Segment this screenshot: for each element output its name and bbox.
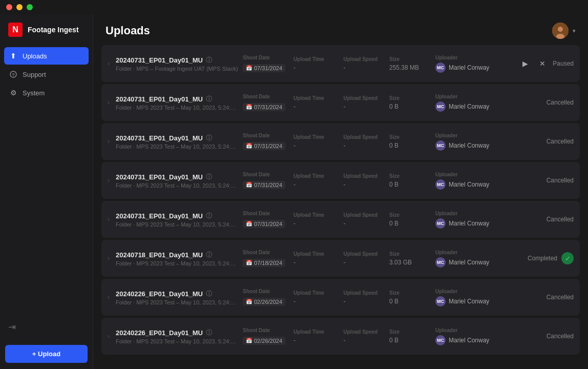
upload-row[interactable]: › 20240731_EP01_Day01_MU ⓘ Folder · MPS …	[101, 162, 580, 199]
app-title: Footage Ingest	[28, 26, 79, 34]
upload-meta: Shoot Date 📅 07/31/2024 Upload Time - Up…	[239, 172, 502, 190]
avatar-chevron-icon: ▾	[573, 28, 576, 34]
expand-chevron-icon[interactable]: ›	[108, 333, 110, 340]
sidebar-item-uploads[interactable]: ⬆ Uploads	[4, 47, 89, 65]
minimize-button[interactable]	[16, 4, 23, 10]
shoot-date-col: Shoot Date 📅 02/26/2024	[239, 327, 289, 345]
size-label: Size	[389, 95, 435, 101]
uploader-info: MC Mariel Conway	[435, 218, 502, 229]
size-value: 0 B	[389, 142, 435, 149]
status-badge: Cancelled	[547, 99, 574, 106]
upload-row[interactable]: › 20240731_EP01_Day01_MU ⓘ Folder · MPS …	[101, 123, 580, 160]
upload-time-label: Upload Time	[293, 329, 335, 335]
netflix-icon: N	[8, 23, 23, 37]
shoot-date-label: Shoot Date	[243, 327, 285, 333]
sidebar-item-support[interactable]: ? Support	[4, 66, 89, 83]
upload-speed-label: Upload Speed	[344, 173, 385, 179]
main-content: Uploads ▾ › 20240731_EP01_Day01_MU ⓘ Fol…	[93, 0, 588, 369]
calendar-icon: 📅	[246, 143, 252, 149]
upload-speed-col: Upload Speed -	[340, 95, 389, 110]
upload-info: 20240226_EP01_Day01_MU ⓘ Folder · MPS 20…	[116, 290, 239, 305]
support-icon: ?	[9, 70, 17, 78]
upload-info: 20240731_EP01_Day01_MU ⓘ Folder · MPS – …	[116, 56, 239, 72]
upload-time-value: -	[293, 298, 335, 305]
user-avatar[interactable]	[552, 23, 569, 39]
uploader-avatar: MC	[435, 140, 446, 151]
size-value: 0 B	[389, 220, 435, 227]
upload-button-label: + Upload	[32, 350, 60, 358]
upload-meta: Shoot Date 📅 02/26/2024 Upload Time - Up…	[239, 289, 502, 306]
uploader-info: MC Mariel Conway	[435, 296, 502, 306]
sidebar-logo: N Footage Ingest	[0, 14, 93, 47]
uploader-label: Uploader	[435, 133, 502, 138]
upload-meta: Shoot Date 📅 07/31/2024 Upload Time - Up…	[239, 211, 502, 229]
uploader-name: Mariel Conway	[449, 181, 489, 188]
size-label: Size	[389, 134, 435, 140]
collapse-button[interactable]: ⇥	[0, 315, 93, 339]
upload-folder: Folder · MPS – Footage Ingest UAT (MPS S…	[116, 66, 239, 72]
upload-time-col: Upload Time -	[289, 212, 339, 227]
info-icon: ⓘ	[206, 290, 212, 298]
upload-row[interactable]: › 20240731_EP01_Day01_MU ⓘ Folder · MPS …	[101, 201, 580, 238]
sidebar-item-system[interactable]: ⚙ System	[4, 84, 89, 101]
svg-point-3	[558, 27, 563, 32]
shoot-date-label: Shoot Date	[243, 289, 285, 294]
upload-row[interactable]: › 20240226_EP01_Day01_MU ⓘ Folder · MPS …	[101, 279, 580, 316]
cancel-button[interactable]: ✕	[536, 57, 549, 70]
size-value: 3.03 GB	[389, 259, 435, 266]
uploader-col: Uploader MC Mariel Conway	[435, 94, 502, 112]
upload-speed-label: Upload Speed	[344, 95, 385, 101]
upload-time-value: -	[293, 259, 335, 266]
shoot-date-value: 📅 07/31/2024	[243, 220, 285, 228]
upload-row[interactable]: › 20240718_EP01_Day01_MU ⓘ Folder · MPS …	[101, 240, 580, 277]
upload-speed-label: Upload Speed	[344, 212, 385, 218]
upload-speed-value: -	[344, 181, 385, 188]
close-button[interactable]	[6, 4, 12, 10]
sidebar-item-support-label: Support	[23, 71, 46, 78]
uploader-info: MC Mariel Conway	[435, 335, 502, 345]
uploader-name: Mariel Conway	[449, 142, 489, 149]
upload-row[interactable]: › 20240731_EP01_Day01_MU ⓘ Folder · MPS …	[101, 45, 580, 82]
calendar-icon: 📅	[246, 182, 252, 188]
uploader-col: Uploader MC Mariel Conway	[435, 172, 502, 190]
upload-meta: Shoot Date 📅 07/31/2024 Upload Time - Up…	[239, 133, 502, 151]
size-col: Size 0 B	[389, 173, 435, 188]
play-button[interactable]: ▶	[518, 56, 532, 71]
avatar-area[interactable]: ▾	[552, 23, 576, 39]
expand-chevron-icon[interactable]: ›	[108, 216, 110, 223]
uploader-info: MC Mariel Conway	[435, 140, 502, 151]
info-icon: ⓘ	[206, 212, 212, 220]
titlebar	[0, 0, 588, 14]
expand-chevron-icon[interactable]: ›	[108, 60, 110, 67]
status-badge: Cancelled	[547, 177, 574, 184]
upload-speed-col: Upload Speed -	[340, 251, 389, 266]
expand-chevron-icon[interactable]: ›	[108, 138, 110, 145]
main-header: Uploads ▾	[93, 14, 588, 45]
uploader-col: Uploader MC Mariel Conway	[435, 327, 502, 345]
upload-time-value: -	[293, 103, 335, 110]
expand-chevron-icon[interactable]: ›	[108, 255, 110, 262]
upload-speed-col: Upload Speed -	[340, 134, 389, 149]
upload-speed-col: Upload Speed -	[340, 56, 389, 71]
upload-speed-col: Upload Speed -	[340, 212, 389, 227]
size-col: Size 0 B	[389, 134, 435, 149]
upload-folder: Folder · MPS 2023 Test – May 10, 2023, 5…	[116, 105, 239, 111]
upload-button[interactable]: + Upload	[5, 345, 88, 363]
uploader-label: Uploader	[435, 211, 502, 216]
maximize-button[interactable]	[27, 4, 33, 10]
uploader-name: Mariel Conway	[449, 103, 489, 110]
upload-meta: Shoot Date 📅 02/26/2024 Upload Time - Up…	[239, 327, 502, 345]
expand-chevron-icon[interactable]: ›	[108, 99, 110, 106]
expand-chevron-icon[interactable]: ›	[108, 177, 110, 184]
upload-status-area: Cancelled	[502, 138, 574, 145]
upload-row[interactable]: › 20240226_EP01_Day01_MU ⓘ Folder · MPS …	[101, 318, 580, 355]
expand-chevron-icon[interactable]: ›	[108, 294, 110, 301]
status-badge: Cancelled	[547, 216, 574, 223]
upload-row[interactable]: › 20240731_EP01_Day01_MU ⓘ Folder · MPS …	[101, 84, 580, 121]
upload-time-label: Upload Time	[293, 134, 335, 140]
uploader-col: Uploader MC Mariel Conway	[435, 289, 502, 306]
upload-speed-label: Upload Speed	[344, 290, 385, 296]
upload-name: 20240731_EP01_Day01_MU ⓘ	[116, 173, 239, 181]
size-col: Size 0 B	[389, 95, 435, 110]
shoot-date-label: Shoot Date	[243, 55, 285, 60]
